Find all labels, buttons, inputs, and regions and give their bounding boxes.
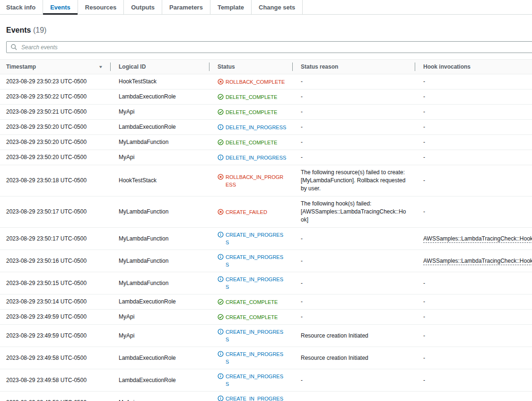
cell-status: CREATE_IN_PROGRESS (209, 325, 292, 347)
success-status-icon (218, 314, 224, 320)
status-text: CREATE_IN_PROGRESS (226, 373, 287, 388)
cell-hook-invocations: - (415, 120, 532, 135)
success-status-icon (218, 139, 224, 145)
cell-logical-id: MyApi (110, 392, 209, 401)
status-badge: CREATE_IN_PROGRESS (218, 350, 287, 365)
cell-status-reason: - (292, 105, 415, 120)
cell-hook-invocations: AWSSamples::LambdaTracingCheck::Hook (415, 228, 532, 250)
table-row: 2023-08-29 23:50:17 UTC-0500 MyLambdaFun… (0, 228, 532, 250)
status-badge: CREATE_FAILED (218, 208, 287, 216)
status-text: CREATE_IN_PROGRESS (226, 350, 287, 365)
cell-hook-invocations: - (415, 74, 532, 89)
status-badge: ROLLBACK_COMPLETE (218, 78, 287, 86)
table-row: 2023-08-29 23:49:58 UTC-0500 LambdaExecu… (0, 347, 532, 369)
cell-status: DELETE_COMPLETE (209, 135, 292, 150)
cell-timestamp: 2023-08-29 23:49:58 UTC-0500 (0, 369, 110, 392)
cell-logical-id: MyLambdaFunction (110, 250, 209, 272)
cell-hook-invocations: - (415, 89, 532, 105)
events-table-body: 2023-08-29 23:50:23 UTC-0500 HookTestSta… (0, 74, 532, 401)
cell-status: CREATE_FAILED (209, 196, 292, 228)
cell-timestamp: 2023-08-29 23:49:58 UTC-0500 (0, 392, 110, 401)
hook-invocation-link[interactable]: AWSSamples::LambdaTracingCheck::Hook (423, 235, 532, 243)
tab-stack-info[interactable]: Stack info (0, 0, 43, 14)
cell-hook-invocations: AWSSamples::LambdaTracingCheck::Hook (415, 250, 532, 272)
table-row: 2023-08-29 23:50:22 UTC-0500 LambdaExecu… (0, 89, 532, 105)
cell-timestamp: 2023-08-29 23:49:59 UTC-0500 (0, 310, 110, 325)
cell-status-reason: Resource creation Initiated (292, 347, 415, 369)
status-text: CREATE_IN_PROGRESS (226, 328, 287, 343)
status-text: DELETE_IN_PROGRESS (226, 124, 286, 131)
error-status-icon (218, 174, 224, 180)
cell-status: CREATE_IN_PROGRESS (209, 347, 292, 369)
cell-timestamp: 2023-08-29 23:50:20 UTC-0500 (0, 120, 110, 135)
cell-logical-id: MyLambdaFunction (110, 196, 209, 228)
cell-status-reason: - (292, 120, 415, 135)
status-reason-text: - (301, 377, 303, 383)
cell-status: ROLLBACK_COMPLETE (209, 74, 292, 89)
cell-status-reason: - (292, 150, 415, 165)
status-text: CREATE_COMPLETE (226, 313, 278, 321)
cell-timestamp: 2023-08-29 23:50:14 UTC-0500 (0, 294, 110, 310)
status-badge: DELETE_IN_PROGRESS (218, 124, 287, 131)
tab-change-sets[interactable]: Change sets (252, 0, 303, 14)
tab-parameters[interactable]: Parameters (162, 0, 210, 14)
error-status-icon (218, 209, 224, 215)
table-row: 2023-08-29 23:50:18 UTC-0500 HookTestSta… (0, 165, 532, 196)
events-table: Timestamp ▼ Logical ID Status Status rea… (0, 59, 532, 401)
status-text: CREATE_FAILED (226, 208, 267, 216)
cell-logical-id: LambdaExecutionRole (110, 347, 209, 369)
hook-invocation-link[interactable]: AWSSamples::LambdaTracingCheck::Hook (423, 258, 532, 265)
cell-status-reason: - (292, 74, 415, 89)
hook-invocation: - (423, 139, 425, 145)
cell-timestamp: 2023-08-29 23:50:23 UTC-0500 (0, 74, 110, 89)
cell-status-reason: - (292, 250, 415, 272)
page-title: Events (19) (6, 26, 532, 35)
status-text: DELETE_COMPLETE (226, 108, 277, 116)
hook-invocation: - (423, 154, 425, 160)
cell-hook-invocations: - (415, 325, 532, 347)
sort-descending-icon[interactable]: ▼ (98, 65, 103, 69)
status-badge: DELETE_COMPLETE (218, 139, 287, 146)
status-reason-text: The following hook(s) failed: [AWSSample… (301, 200, 406, 223)
column-header-timestamp-label: Timestamp (6, 63, 36, 70)
table-row: 2023-08-29 23:50:20 UTC-0500 MyLambdaFun… (0, 135, 532, 150)
cell-status-reason: The following resource(s) failed to crea… (292, 165, 415, 196)
status-text: CREATE_COMPLETE (226, 298, 278, 306)
hook-invocation: - (423, 108, 425, 115)
status-text: CREATE_IN_PROGRESS (226, 395, 287, 401)
cell-hook-invocations: - (415, 196, 532, 228)
cell-status: DELETE_IN_PROGRESS (209, 120, 292, 135)
cell-status-reason: - (292, 294, 415, 310)
tab-events[interactable]: Events (43, 0, 78, 14)
cell-timestamp: 2023-08-29 23:50:20 UTC-0500 (0, 150, 110, 165)
hook-invocation: - (423, 208, 425, 215)
search-icon (10, 44, 17, 51)
tab-resources[interactable]: Resources (78, 0, 124, 14)
status-text: DELETE_IN_PROGRESS (226, 154, 286, 161)
table-row: 2023-08-29 23:50:17 UTC-0500 MyLambdaFun… (0, 196, 532, 228)
cell-status: CREATE_IN_PROGRESS (209, 272, 292, 294)
cell-logical-id: MyApi (110, 325, 209, 347)
info-status-icon (218, 395, 224, 401)
info-status-icon (218, 351, 224, 357)
status-reason-text: - (301, 124, 303, 130)
cell-logical-id: MyLambdaFunction (110, 228, 209, 250)
search-events-box[interactable] (6, 41, 532, 53)
tab-template[interactable]: Template (210, 0, 252, 14)
status-reason-text: - (301, 93, 303, 100)
status-reason-text: The following resource(s) failed to crea… (301, 169, 405, 192)
hook-invocation: - (423, 177, 425, 184)
table-row: 2023-08-29 23:50:16 UTC-0500 MyLambdaFun… (0, 250, 532, 272)
status-badge: CREATE_IN_PROGRESS (218, 253, 287, 268)
events-count: (19) (33, 26, 46, 34)
cell-logical-id: LambdaExecutionRole (110, 120, 209, 135)
tab-outputs[interactable]: Outputs (124, 0, 162, 14)
status-reason-text: - (301, 154, 303, 160)
search-events-input[interactable] (20, 44, 531, 51)
status-badge: CREATE_IN_PROGRESS (218, 231, 287, 246)
column-header-timestamp[interactable]: Timestamp ▼ (0, 60, 110, 74)
status-reason-text: - (301, 399, 303, 401)
cell-timestamp: 2023-08-29 23:49:59 UTC-0500 (0, 325, 110, 347)
status-reason-text: - (301, 78, 303, 85)
hook-invocation: - (423, 124, 425, 130)
